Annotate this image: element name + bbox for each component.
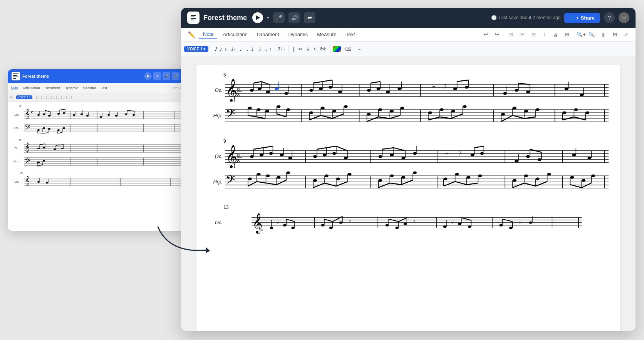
svg-line-349 [325, 183, 336, 186]
bg-oc-staff-13: Oc. 𝄞 [12, 176, 189, 187]
svg-text:8: 8 [237, 158, 240, 163]
svg-point-29 [115, 115, 117, 117]
volume-button[interactable]: 🔊 [288, 12, 300, 23]
note-16th[interactable]: 𝅘𝅥𝅯 [218, 46, 221, 53]
upload-button[interactable]: ↑ [540, 30, 550, 40]
hrp-label-5: Hrp. [208, 113, 223, 118]
voice-selector[interactable]: VOICE 1 ▾ [184, 46, 208, 52]
svg-text:7: 7 [277, 220, 279, 225]
svg-point-294 [401, 157, 405, 159]
svg-point-310 [526, 155, 530, 158]
svg-point-51 [48, 128, 50, 130]
tuplet-symbol[interactable]: 3♩¬ [277, 46, 287, 52]
note-dotted-quarter[interactable]: ♩. [250, 46, 256, 53]
svg-line-422 [332, 217, 342, 222]
color-palette[interactable] [333, 46, 341, 52]
tab-note[interactable]: Note [199, 30, 217, 39]
note-whole[interactable]: 𝅝 [264, 46, 267, 53]
measure-number-13: 13 [223, 205, 609, 210]
svg-point-107 [46, 182, 48, 183]
document-title: Forest theme [203, 14, 247, 22]
tab-dynamic[interactable]: Dynamic [285, 30, 312, 39]
svg-line-397 [582, 183, 591, 188]
svg-point-212 [378, 108, 382, 111]
oc-staff-row-13: Oc. 𝄞 8 [208, 211, 609, 234]
svg-point-350 [348, 173, 352, 176]
svg-point-395 [591, 175, 595, 177]
svg-point-133 [284, 92, 288, 95]
mixer-button[interactable]: ⇌ [304, 12, 315, 23]
tab-articulation[interactable]: Articulation [219, 30, 251, 39]
svg-point-246 [562, 112, 566, 114]
svg-point-159 [453, 88, 457, 90]
tie-tool[interactable]: ✂ [297, 46, 304, 53]
redo-button[interactable]: ↪ [492, 30, 502, 40]
tab-ornament[interactable]: Ornament [253, 30, 283, 39]
help-button[interactable]: ? [604, 12, 615, 23]
svg-point-332 [266, 175, 270, 177]
cut-button[interactable]: ✂ [517, 30, 527, 40]
tab-measure[interactable]: Measure [313, 30, 340, 39]
save-status-text: Last save about 2 months ago [498, 15, 560, 20]
print-button[interactable]: 🖨 [551, 30, 561, 40]
tab-text[interactable]: Text [342, 30, 359, 39]
svg-point-175 [580, 93, 584, 96]
grid-button[interactable]: ⊞ [562, 30, 572, 40]
more-tools-button[interactable]: ··· [354, 44, 364, 54]
svg-point-440 [468, 225, 471, 228]
main-window: Forest theme ▾ 🎤 🔊 ⇌ 🕐 Last save about 2… [181, 8, 636, 331]
arrow-indicator [146, 223, 223, 262]
accidental-natural[interactable]: ♮ [312, 46, 317, 53]
svg-point-411 [291, 227, 295, 229]
svg-point-47 [37, 129, 40, 131]
share-button[interactable]: 👤+ Share [564, 13, 600, 23]
main-toolbar: ✏️ Note Articulation Ornament Dynamic Me… [181, 28, 636, 42]
paste-button[interactable]: ⊡ [528, 30, 538, 40]
svg-text:𝄢: 𝄢 [25, 157, 30, 167]
svg-line-337 [266, 183, 277, 185]
playback-dropdown[interactable]: ▾ [267, 15, 269, 20]
octave-down[interactable]: 8vb [319, 46, 328, 52]
svg-text:𝄢: 𝄢 [226, 107, 235, 123]
microphone-button[interactable]: 🎤 [273, 12, 285, 23]
layout-button[interactable]: ||| [599, 30, 609, 40]
accidental-flat[interactable]: ♭ [305, 46, 311, 53]
zoom-out-button[interactable]: 🔍- [587, 30, 597, 40]
play-button[interactable] [252, 12, 263, 23]
svg-line-293 [382, 148, 394, 149]
svg-line-376 [466, 183, 478, 185]
undo-button[interactable]: ↩ [481, 30, 491, 40]
note-half[interactable]: 𝅗𝅥 [245, 46, 248, 53]
bg-voice-badge: VOICE 1 ▾ [16, 95, 32, 99]
copy-button[interactable]: ⊡ [506, 30, 516, 40]
zoom-in-button[interactable]: 🔍+ [576, 30, 586, 40]
svg-point-206 [344, 105, 348, 108]
fullscreen-button[interactable]: ⤢ [621, 30, 631, 40]
svg-point-359 [401, 176, 405, 179]
svg-line-268 [254, 148, 263, 149]
svg-text:7: 7 [459, 150, 462, 156]
rest-symbol[interactable]: 𝄽 [268, 46, 272, 53]
note-quarter[interactable]: ♩ [238, 46, 243, 53]
note-dotted-half[interactable]: 𝅗𝅥. [258, 46, 262, 53]
hrp-staff-row-5: Hrp. 𝄢 [208, 104, 609, 127]
svg-point-248 [574, 108, 578, 111]
toolbar-icon-pencil[interactable]: ✏️ [186, 30, 198, 40]
hrp-staff-container-9: 𝄢 [225, 170, 609, 193]
eraser-button[interactable]: ⌫ [343, 44, 353, 54]
score-container[interactable]: 5 Oc. 𝄞 [181, 57, 636, 331]
note-32nd[interactable]: 𝅘𝅥𝅰 [213, 46, 216, 53]
panel-button[interactable]: ⊟ [610, 30, 620, 40]
svg-line-419 [324, 219, 332, 222]
svg-line-250 [562, 117, 574, 120]
bg-voice-bar: ✏ VOICE 1 ▾ ♩ ♪ ♩ ♩ ♩ ♩ ♩ ♩ ♩ ♩ ♩ ♩ ♩ ♩ … [8, 93, 193, 102]
note-dotted[interactable]: ♩· [230, 46, 236, 53]
note-8th[interactable]: ♪ [223, 46, 228, 53]
svg-line-196 [277, 114, 286, 117]
svg-point-444 [499, 224, 503, 227]
bg-measure-9: 9 [19, 138, 189, 142]
hrp-staff-container-5: 𝄢 [225, 104, 609, 127]
svg-point-383 [536, 178, 540, 180]
cursor-tool[interactable]: | [291, 46, 295, 53]
svg-point-152 [386, 90, 390, 93]
